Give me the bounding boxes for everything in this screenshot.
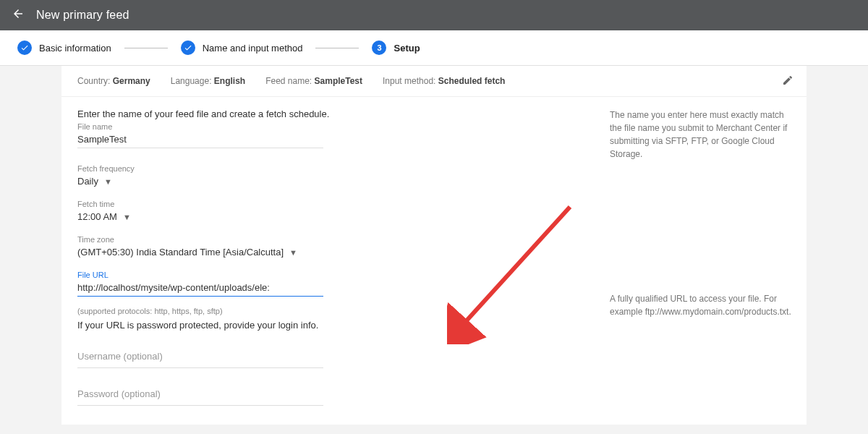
help-url: A fully qualified URL to access your fil… [610,292,793,318]
file-url-label: File URL [77,271,581,279]
password-hint: If your URL is password protected, provi… [77,320,581,331]
setup-panel: Enter the name of your feed file and cre… [61,97,807,425]
timezone-select[interactable]: (GMT+05:30) India Standard Time [Asia/Ca… [77,244,581,260]
timezone-label: Time zone [77,235,581,244]
step-name[interactable]: Name and input method [181,41,303,55]
username-input[interactable]: Username (optional) [77,345,323,368]
frequency-label: Fetch frequency [77,164,581,173]
check-icon [17,41,32,55]
file-url-input[interactable]: http://localhost/mysite/wp-content/uploa… [77,279,323,297]
filename-field[interactable]: File name SampleTest [77,122,581,148]
step-number-icon: 3 [372,41,386,55]
summary-bar: Country: Germany Language: English Feed … [61,66,807,97]
page-title: New primary feed [36,9,129,22]
chevron-down-icon: ▼ [123,213,131,221]
step-setup[interactable]: 3 Setup [372,41,420,55]
back-arrow-icon[interactable] [12,7,25,23]
step-divider [315,48,359,48]
file-url-field[interactable]: File URL http://localhost/mysite/wp-cont… [77,271,581,297]
app-header: New primary feed [0,0,868,30]
frequency-select[interactable]: Daily ▼ [77,173,581,190]
step-label: Setup [393,43,420,54]
form-intro: Enter the name of your feed file and cre… [77,109,581,119]
stepper: Basic information Name and input method … [0,30,868,66]
chevron-down-icon: ▼ [289,248,297,257]
filename-label: File name [77,122,581,131]
filename-input[interactable]: SampleTest [77,131,323,148]
help-filename: The name you enter here must exactly mat… [610,109,793,161]
time-field[interactable]: Fetch time 12:00 AM ▼ [77,200,581,225]
edit-icon[interactable] [782,75,793,88]
summary-feedname: Feed name: SampleTest [265,76,362,86]
chevron-down-icon: ▼ [104,177,112,186]
help-panel: The name you enter here must exactly mat… [597,97,807,425]
time-select[interactable]: 12:00 AM ▼ [77,208,581,225]
step-divider [124,48,168,48]
timezone-field[interactable]: Time zone (GMT+05:30) India Standard Tim… [77,235,581,260]
frequency-field[interactable]: Fetch frequency Daily ▼ [77,164,581,190]
password-input[interactable]: Password (optional) [77,383,323,406]
check-icon [181,41,195,55]
step-label: Name and input method [203,43,303,54]
summary-method: Input method: Scheduled fetch [383,76,505,86]
protocols-hint: (supported protocols: http, https, ftp, … [77,307,581,315]
step-basic[interactable]: Basic information [17,41,111,55]
step-label: Basic information [39,43,111,54]
time-label: Fetch time [77,200,581,208]
summary-language: Language: English [171,76,245,86]
summary-country: Country: Germany [77,76,150,86]
